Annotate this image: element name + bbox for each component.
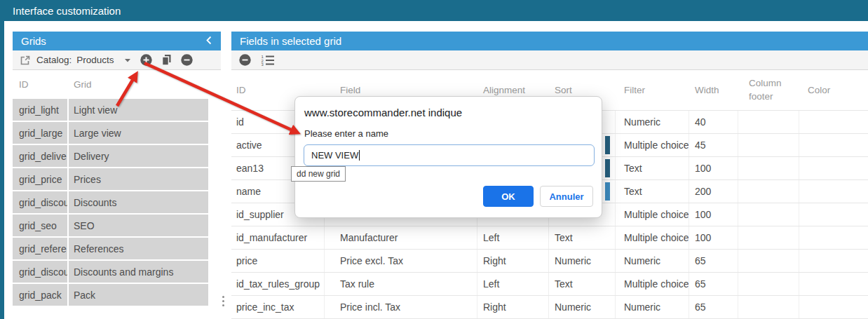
field-column-footer-cell[interactable] <box>738 203 799 226</box>
field-filter-cell[interactable]: Numeric <box>616 250 689 272</box>
field-name-cell[interactable]: Price excl. Tax <box>325 250 477 272</box>
field-row[interactable]: id_tax_rules_group Tax rule Left Text Mu… <box>231 273 868 296</box>
field-color-cell[interactable] <box>799 134 868 156</box>
cancel-button[interactable]: Annuler <box>540 186 593 207</box>
field-column-footer-cell[interactable] <box>738 296 799 318</box>
field-width-cell[interactable]: 65 <box>689 296 738 318</box>
field-width-cell[interactable]: 40 <box>689 111 738 133</box>
field-width-cell[interactable]: 65 <box>689 273 738 295</box>
grid-list-item[interactable]: grid_price Prices <box>13 168 208 190</box>
field-id-cell[interactable]: id_manufacturer <box>231 226 325 249</box>
grid-list-item[interactable]: grid_pack Pack <box>13 284 208 306</box>
field-alignment-cell[interactable]: Left <box>477 226 549 249</box>
grid-id-cell[interactable]: grid_large <box>13 122 67 144</box>
field-column-footer-cell[interactable] <box>738 157 799 179</box>
ok-button[interactable]: OK <box>483 186 534 207</box>
grid-name-cell[interactable]: Light view <box>69 99 208 121</box>
field-filter-cell[interactable]: Multiple choices <box>616 203 689 226</box>
grid-list-item[interactable]: grid_seo SEO <box>13 215 208 236</box>
fields-panel-title: Fields in selected grid <box>240 35 341 47</box>
grids-panel-header: Grids <box>13 32 221 50</box>
field-column-footer-cell[interactable] <box>738 250 799 272</box>
field-filter-cell[interactable]: Multiple choices <box>616 134 689 156</box>
grid-name-cell[interactable]: Delivery <box>69 145 208 167</box>
field-alignment-cell[interactable]: Right <box>477 250 549 272</box>
field-column-footer-cell[interactable] <box>738 226 799 249</box>
field-sort-cell[interactable]: Numeric <box>549 296 616 318</box>
grid-id-cell[interactable]: grid_seo <box>13 215 67 236</box>
field-filter-cell[interactable]: Numeric <box>616 296 689 318</box>
grid-name-cell[interactable]: Pack <box>69 284 208 306</box>
field-filter-cell[interactable]: Text <box>616 157 689 179</box>
open-external-icon[interactable] <box>20 55 31 66</box>
remove-field-icon[interactable] <box>238 53 252 67</box>
field-row[interactable]: price Price excl. Tax Right Numeric Nume… <box>231 250 868 273</box>
field-row[interactable]: price_inc_tax Price incl. Tax Right Nume… <box>231 296 868 319</box>
reorder-list-icon[interactable]: 1 2 3 <box>260 54 275 66</box>
chevron-left-icon[interactable] <box>205 35 212 47</box>
grids-col-id: ID <box>13 79 69 90</box>
field-name-cell[interactable]: Manufacturer <box>325 226 477 249</box>
field-filter-cell[interactable]: Numeric <box>616 111 689 133</box>
field-id-cell[interactable]: id_tax_rules_group <box>231 273 325 295</box>
grid-id-cell[interactable]: grid_refere <box>13 238 67 259</box>
grid-name-cell[interactable]: SEO <box>69 215 208 236</box>
grid-name-cell[interactable]: Large view <box>69 122 208 144</box>
field-id-cell[interactable]: price <box>231 250 325 272</box>
field-color-cell[interactable] <box>799 250 868 272</box>
field-width-cell[interactable]: 65 <box>689 250 738 272</box>
grid-name-cell[interactable]: References <box>69 238 208 259</box>
field-color-cell[interactable] <box>799 157 868 179</box>
remove-grid-icon[interactable] <box>180 53 194 67</box>
field-filter-cell[interactable]: Multiple choices <box>616 273 689 295</box>
field-id-cell[interactable]: price_inc_tax <box>231 296 325 318</box>
field-width-cell[interactable]: 100 <box>689 203 738 226</box>
grid-list-item[interactable]: grid_discou Discounts and margins <box>13 261 208 283</box>
field-alignment-cell[interactable]: Right <box>477 296 549 318</box>
field-sort-cell[interactable]: Numeric <box>549 250 616 272</box>
grid-id-cell[interactable]: grid_delive <box>13 145 67 167</box>
duplicate-grid-icon[interactable] <box>160 53 173 67</box>
add-new-grid-tooltip: dd new grid <box>291 166 346 182</box>
field-column-footer-cell[interactable] <box>738 134 799 156</box>
field-alignment-cell[interactable]: Left <box>477 273 549 295</box>
grid-id-cell[interactable]: grid_discou <box>13 191 67 213</box>
field-column-footer-cell[interactable] <box>738 111 799 133</box>
field-sort-cell[interactable]: Text <box>549 273 616 295</box>
field-sort-cell[interactable]: Text <box>549 226 616 249</box>
field-color-cell[interactable] <box>799 203 868 226</box>
grid-list-item[interactable]: grid_refere References <box>13 238 208 259</box>
add-grid-icon[interactable] <box>140 53 153 67</box>
grid-name-cell[interactable]: Prices <box>69 168 208 190</box>
field-width-cell[interactable]: 200 <box>689 180 738 203</box>
grid-list-item[interactable]: grid_light Light view <box>13 99 208 121</box>
field-color-cell[interactable] <box>799 273 868 295</box>
field-width-cell[interactable]: 45 <box>689 134 738 156</box>
grid-list-item[interactable]: grid_large Large view <box>13 122 208 144</box>
field-width-cell[interactable]: 100 <box>689 157 738 179</box>
grid-name-cell[interactable]: Discounts <box>69 191 208 213</box>
field-width-cell[interactable]: 100 <box>689 226 738 249</box>
field-column-footer-cell[interactable] <box>738 273 799 295</box>
col-filter: Filter <box>616 85 689 95</box>
vertical-dots-icon[interactable] <box>222 296 224 306</box>
name-input[interactable]: NEW VIEW <box>304 144 595 166</box>
field-color-cell[interactable] <box>799 180 868 203</box>
grid-id-cell[interactable]: grid_light <box>13 99 67 121</box>
field-column-footer-cell[interactable] <box>738 180 799 203</box>
grid-id-cell[interactable]: grid_pack <box>13 284 67 306</box>
field-filter-cell[interactable]: Multiple choices <box>616 226 689 249</box>
field-color-cell[interactable] <box>799 226 868 249</box>
field-color-cell[interactable] <box>799 296 868 318</box>
field-filter-cell[interactable]: Text <box>616 180 689 203</box>
grid-id-cell[interactable]: grid_price <box>13 168 67 190</box>
grid-id-cell[interactable]: grid_discou <box>13 261 67 283</box>
field-name-cell[interactable]: Tax rule <box>325 273 477 295</box>
field-row[interactable]: id_manufacturer Manufacturer Left Text M… <box>231 226 868 250</box>
field-color-cell[interactable] <box>799 111 868 133</box>
grid-name-cell[interactable]: Discounts and margins <box>69 261 208 283</box>
field-name-cell[interactable]: Price incl. Tax <box>325 296 477 318</box>
grid-list-item[interactable]: grid_discou Discounts <box>13 191 208 213</box>
catalog-dropdown[interactable]: Catalog: Products <box>36 55 131 65</box>
grid-list-item[interactable]: grid_delive Delivery <box>13 145 208 167</box>
